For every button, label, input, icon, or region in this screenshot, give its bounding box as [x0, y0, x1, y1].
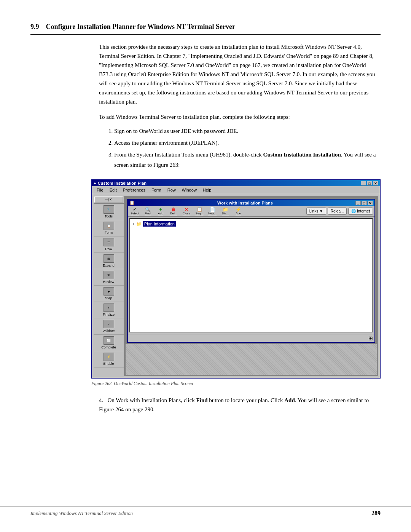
sidebar-item-validate[interactable]: ✓ Validate	[94, 318, 124, 335]
main-menubar[interactable]: File Edit Preferences Form Row Window He…	[92, 186, 380, 194]
status-icon: ⊞	[368, 335, 373, 341]
toolbar-links: Links ▼ Relea... 🌐 Internet	[306, 208, 373, 215]
inner-titlebar: 📋 Work with Installation Plans _ □ ✕	[128, 200, 374, 206]
inner-window-title: Work with Installation Plans	[217, 201, 273, 205]
find-label: Find	[145, 212, 151, 215]
menu-edit[interactable]: Edit	[107, 187, 120, 193]
dis-label: Dis...	[222, 212, 229, 215]
section-heading: 9.9 Configure Installation Planner for W…	[30, 23, 381, 35]
tools-icon: 🔧	[104, 205, 114, 214]
add-label: Add	[158, 212, 163, 215]
close-btn[interactable]: ✕	[373, 181, 378, 185]
page-number: 289	[371, 510, 381, 516]
menu-window[interactable]: Window	[179, 187, 200, 193]
step-4-text: 4. On Work with Installation Plans, clic…	[99, 396, 381, 414]
sidebar-item-row[interactable]: ☰ Row	[94, 236, 124, 253]
step-icon: ▶	[104, 287, 114, 296]
app-title-text: Custom Installation Plan	[98, 181, 147, 185]
step4-add-bold: Add	[284, 397, 295, 403]
sidebar-close-btn[interactable]: —|✕	[94, 197, 123, 203]
tree-area[interactable]: + 📁 Plan Information	[129, 218, 373, 332]
inner-restore[interactable]: □	[362, 201, 367, 205]
menu-row[interactable]: Row	[164, 187, 179, 193]
seq-btn[interactable]: 📋 Seq...	[194, 207, 205, 215]
body-paragraph-1: This section provides the necessary step…	[99, 42, 381, 106]
folder-icon: 📁	[136, 222, 142, 227]
app-icon: ●	[94, 181, 96, 185]
close-toolbar-icon: ✕	[185, 207, 188, 212]
footer-page: 289	[371, 510, 381, 517]
sidebar-item-review[interactable]: 👁 Review	[94, 269, 124, 286]
sidebar-item-form[interactable]: 📋 Form	[94, 220, 124, 236]
find-btn[interactable]: 🔍 Find	[142, 207, 153, 215]
new-icon: 📄	[210, 207, 215, 212]
finalize-icon: ✔	[104, 304, 114, 312]
dis-icon: 📁	[223, 207, 228, 212]
complete-label: Complete	[101, 345, 116, 349]
add-btn[interactable]: + Add	[155, 207, 166, 215]
validate-label: Validate	[103, 329, 115, 333]
finalize-label: Finalize	[103, 313, 115, 316]
inner-win-controls[interactable]: _ □ ✕	[355, 201, 373, 205]
section-number: 9.9	[30, 23, 39, 30]
maximize-btn[interactable]: □	[367, 181, 372, 185]
inner-minimize[interactable]: _	[355, 201, 361, 205]
relea-button[interactable]: Relea...	[328, 208, 347, 215]
menu-help[interactable]: Help	[200, 187, 215, 193]
seq-icon: 📋	[197, 207, 202, 212]
links-button[interactable]: Links ▼	[306, 208, 326, 215]
step-3: From the System Installation Tools menu …	[114, 150, 381, 170]
enable-icon: ⚡	[104, 353, 114, 361]
sidebar-item-complete[interactable]: ⬜ Complete	[94, 335, 124, 351]
menu-file[interactable]: File	[94, 187, 107, 193]
row-label: Row	[105, 247, 112, 251]
menu-form[interactable]: Form	[148, 187, 164, 193]
custom-installation-plan-window[interactable]: ● Custom Installation Plan _ □ ✕ File Ed…	[91, 179, 381, 379]
inner-close[interactable]: ✕	[368, 201, 373, 205]
sidebar-item-tools[interactable]: 🔧 Tools	[94, 204, 124, 220]
main-titlebar: ● Custom Installation Plan _ □ ✕	[92, 180, 380, 186]
expand-label: Expand	[103, 264, 115, 267]
tree-root-item[interactable]: + 📁 Plan Information	[132, 220, 371, 227]
new-btn[interactable]: 📄 New...	[207, 207, 218, 215]
complete-icon: ⬜	[104, 336, 114, 345]
del-btn[interactable]: 🗑 Del...	[168, 207, 179, 215]
step4-prefix: On Work with Installation Plans, click	[108, 397, 196, 403]
internet-button[interactable]: 🌐 Internet	[348, 208, 373, 215]
sidebar-item-finalize[interactable]: ✔ Finalize	[94, 302, 124, 318]
inner-window-icon: 📋	[129, 200, 135, 205]
menu-preferences[interactable]: Preferences	[120, 187, 148, 193]
sidebar-top-area[interactable]: —|✕	[94, 196, 124, 204]
del-icon: 🗑	[171, 207, 176, 212]
form-icon: 📋	[104, 222, 114, 230]
sidebar-item-expand[interactable]: ⊞ Expand	[94, 253, 124, 269]
inner-window[interactable]: 📋 Work with Installation Plans _ □ ✕	[127, 199, 375, 343]
gray-texture-area	[126, 344, 377, 375]
intro-steps: To add Windows Terminal Server to instal…	[99, 112, 381, 121]
new-label: New...	[208, 212, 217, 215]
del-label: Del...	[170, 212, 177, 215]
row-icon: ☰	[104, 238, 114, 246]
tree-item-label[interactable]: Plan Information	[143, 221, 176, 227]
select-label: Select	[131, 212, 139, 215]
sidebar-item-enable[interactable]: ⚡ Enable	[94, 351, 124, 367]
step-1: Sign on to OneWorld as user JDE with pas…	[114, 126, 381, 136]
figure-container: ● Custom Installation Plan _ □ ✕ File Ed…	[91, 179, 381, 387]
abo-label: Abo	[236, 212, 241, 215]
minimize-btn[interactable]: _	[361, 181, 366, 185]
footer-title: Implementing Windows NT Terminal Server …	[30, 510, 371, 516]
toolbar-row: ✓ Select 🔍 Find + Add	[128, 206, 374, 217]
step4-find-bold: Find	[196, 397, 208, 403]
sidebar-item-step[interactable]: ▶ Step	[94, 286, 124, 302]
close-toolbar-btn[interactable]: ✕ Close	[181, 207, 192, 215]
select-btn[interactable]: ✓ Select	[129, 207, 140, 215]
close-toolbar-label: Close	[183, 212, 190, 215]
select-icon: ✓	[133, 207, 137, 212]
abo-btn[interactable]: ⚡ Abo	[233, 207, 244, 215]
enable-label: Enable	[103, 362, 114, 366]
dis-btn[interactable]: 📁 Dis...	[220, 207, 231, 215]
seq-label: Seq...	[196, 212, 204, 215]
step4-middle: button to locate your plan. Click	[208, 397, 285, 403]
main-win-controls[interactable]: _ □ ✕	[361, 181, 378, 185]
section-title: Configure Installation Planner for Windo…	[46, 23, 236, 30]
